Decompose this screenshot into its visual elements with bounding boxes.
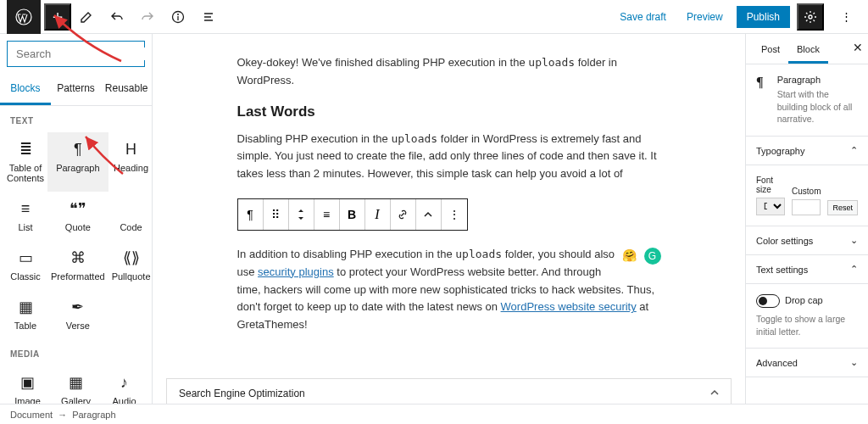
block-label: Image [14, 396, 41, 404]
move-arrows-icon[interactable] [289, 199, 314, 230]
paragraph[interactable]: Okey-dokey! We've finished disabling PHP… [237, 54, 661, 90]
block-more-button[interactable]: ⋮ [442, 199, 467, 230]
tab-reusable[interactable]: Reusable [101, 74, 152, 105]
block-type-title: Paragraph [777, 75, 858, 85]
paragraph[interactable]: 🤗 G In addition to disabling PHP executi… [237, 246, 661, 334]
block-label: Table of Contents [7, 163, 44, 183]
edit-icon[interactable] [71, 2, 102, 32]
block-code[interactable]: Code [108, 192, 153, 241]
block-pullquote-icon: ⟪⟫ [123, 249, 140, 266]
block-image[interactable]: ▣Image [3, 365, 52, 404]
add-block-button[interactable]: ＋ [44, 3, 71, 31]
block-paragraph-icon: ¶ [74, 141, 82, 158]
tab-blocks[interactable]: Blocks [0, 74, 51, 105]
tab-block[interactable]: Block [788, 37, 828, 64]
seo-title: Search Engine Optimization [179, 388, 305, 399]
link-wp-security[interactable]: WordPress website security [501, 300, 637, 313]
drop-cap-label: Drop cap [785, 295, 823, 305]
editor-canvas[interactable]: Okey-dokey! We've finished disabling PHP… [153, 34, 745, 404]
block-label: Gallery [61, 396, 91, 404]
search-input[interactable] [7, 41, 145, 67]
font-size-label: Font size [756, 176, 785, 194]
link-security-plugins[interactable]: security plugins [258, 265, 334, 278]
block-label: Heading [114, 163, 148, 173]
block-classic[interactable]: ▭Classic [3, 241, 47, 290]
redo-button[interactable] [132, 2, 163, 32]
svg-point-3 [809, 15, 812, 19]
drop-cap-hint: Toggle to show a large initial letter. [756, 313, 858, 338]
custom-label: Custom [792, 187, 821, 196]
block-label: Table [14, 321, 36, 331]
block-paragraph[interactable]: ¶Paragraph [47, 132, 108, 192]
block-list[interactable]: ≡List [3, 192, 47, 241]
block-label: Audio [112, 396, 136, 404]
undo-button[interactable] [102, 2, 132, 32]
block-audio[interactable]: ♪Audio [100, 365, 148, 404]
typography-section[interactable]: Typography⌃ [746, 137, 868, 165]
block-pullquote[interactable]: ⟪⟫Pullquote [108, 241, 153, 290]
block-type-desc: Start with the building block of all nar… [777, 88, 858, 126]
preview-link[interactable]: Preview [680, 8, 730, 26]
info-button[interactable] [163, 2, 193, 32]
drop-cap-toggle[interactable] [756, 294, 780, 308]
block-toolbar: ¶ ⠿ ≡ B I ⋮ [237, 198, 468, 231]
block-label: List [18, 222, 32, 232]
block-type-icon[interactable]: ¶ [238, 199, 264, 230]
block-label: Preformatted [51, 271, 105, 282]
text-settings-section[interactable]: Text settings⌃ [746, 255, 868, 284]
settings-button[interactable] [797, 3, 824, 31]
svg-point-2 [177, 14, 179, 15]
align-button[interactable]: ≡ [314, 199, 340, 230]
settings-sidebar: Post Block ✕ ¶ Paragraph Start with the … [745, 34, 868, 404]
paragraph[interactable]: Disabling PHP execution in the uploads f… [237, 131, 661, 183]
breadcrumb-current[interactable]: Paragraph [72, 410, 115, 420]
block-gallery[interactable]: ▦Gallery [52, 365, 100, 404]
tab-post[interactable]: Post [753, 37, 788, 64]
chevron-down-icon: ⌄ [850, 357, 858, 368]
reset-button[interactable]: Reset [827, 200, 858, 215]
block-preformatted[interactable]: ⌘Preformatted [47, 241, 108, 290]
paragraph-icon: ¶ [756, 75, 764, 126]
heading-last-words[interactable]: Last Words [237, 103, 661, 120]
font-size-select[interactable]: Default [756, 198, 785, 215]
seo-panel: Search Engine Optimization Meta title Ch… [166, 378, 732, 404]
category-text: TEXT [0, 106, 152, 132]
italic-button[interactable]: I [365, 199, 391, 230]
block-preformatted-icon: ⌘ [70, 249, 86, 266]
emoji-hug-icon: 🤗 [622, 246, 639, 263]
breadcrumb: Document → Paragraph [0, 404, 868, 424]
chevron-up-icon: ⌃ [850, 264, 858, 275]
bold-button[interactable]: B [340, 199, 365, 230]
tab-patterns[interactable]: Patterns [51, 74, 102, 105]
block-classic-icon: ▭ [19, 249, 33, 266]
advanced-section[interactable]: Advanced⌄ [746, 349, 868, 377]
block-table-icon: ▦ [19, 298, 33, 315]
block-heading[interactable]: HHeading [108, 132, 153, 192]
block-table[interactable]: ▦Table [3, 290, 47, 339]
search-field[interactable] [16, 47, 153, 60]
block-quote[interactable]: ❝❞Quote [47, 192, 108, 241]
link-button[interactable] [391, 199, 416, 230]
drag-handle-icon[interactable]: ⠿ [264, 199, 289, 230]
more-options-button[interactable]: ⋮ [831, 2, 861, 32]
block-heading-icon: H [125, 141, 136, 158]
block-gallery-icon: ▦ [69, 374, 83, 391]
block-toc[interactable]: ≣Table of Contents [3, 132, 47, 192]
collapse-icon[interactable] [710, 388, 719, 399]
block-toc-icon: ≣ [19, 141, 32, 158]
more-rich-text-button[interactable] [416, 199, 442, 230]
grammarly-icon: G [644, 248, 661, 265]
block-inserter: Blocks Patterns Reusable TEXT ≣Table of … [0, 34, 153, 404]
breadcrumb-root[interactable]: Document [10, 410, 53, 420]
block-label: Quote [65, 222, 91, 232]
publish-button[interactable]: Publish [737, 6, 790, 28]
save-draft-link[interactable]: Save draft [613, 8, 673, 26]
custom-size-input[interactable] [792, 199, 821, 215]
close-sidebar-icon[interactable]: ✕ [853, 41, 863, 54]
list-view-button[interactable] [193, 2, 224, 32]
block-verse[interactable]: ✒Verse [47, 290, 108, 339]
wp-logo[interactable] [7, 0, 41, 34]
color-section[interactable]: Color settings⌄ [746, 226, 868, 255]
block-quote-icon: ❝❞ [70, 200, 86, 217]
block-image-icon: ▣ [20, 374, 35, 391]
